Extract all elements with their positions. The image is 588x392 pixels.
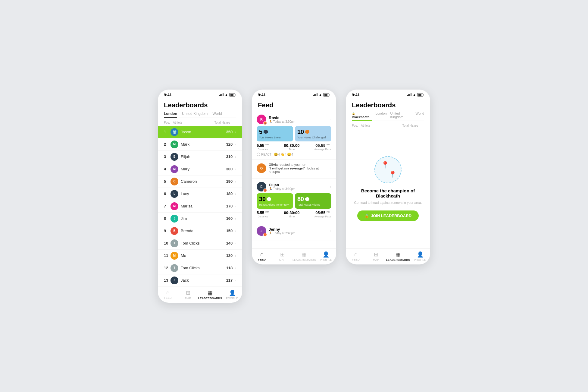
row-name: Jim — [181, 216, 226, 221]
metric-pace: 05:55 KM Average Pace — [314, 143, 331, 151]
nav-feed-left[interactable]: ⌂ FEED — [158, 289, 178, 300]
nav-profile-center[interactable]: 👤 PROFILE — [316, 251, 336, 261]
nav-profile-right[interactable]: 👤 PROFILE — [410, 251, 430, 261]
nav-label: FEED — [258, 258, 266, 261]
metric-label: Average Pace — [314, 148, 331, 151]
lb-tab-world[interactable]: World — [212, 112, 222, 118]
stat-num: 80 — [297, 196, 329, 203]
avatar: T — [170, 264, 178, 272]
svg-point-0 — [257, 153, 260, 156]
col-athlete-right: Athlete — [361, 124, 402, 127]
status-time-feed: 9:41 — [258, 93, 266, 97]
chevron-right-icon: › — [235, 266, 236, 270]
table-row[interactable]: 5 C Cameron 190 › — [158, 175, 242, 188]
join-leaderboard-button[interactable]: 🔒 JOIN LEADERBOARD — [357, 210, 419, 221]
feed-list: R 🏃 Rosie 🏃 Today at 3:30pm › 5 — [252, 112, 336, 248]
phone-leaderboard-left: 9:41 ▲ Leaderboards London United Kingdo… — [158, 90, 242, 303]
nav-profile-left[interactable]: 👤 PROFILE — [222, 289, 242, 300]
metric-val: 5.55 KM — [257, 210, 269, 215]
table-row[interactable]: 2 M Mark 320 › — [158, 138, 242, 151]
col-athlete-left: Athlete — [173, 121, 214, 124]
feed-emoji-reactions: 😃4 👋4 😄4 — [274, 153, 293, 156]
lb-tabs-left: London United Kingdom World — [164, 112, 236, 118]
table-row[interactable]: 7 M Marisa 170 › — [158, 200, 242, 213]
chevron-right-icon: › — [235, 229, 236, 233]
feed-user-info: Rosie 🏃 Today at 3:30pm — [269, 115, 330, 123]
lb-tab-london[interactable]: London — [164, 112, 177, 118]
battery-right — [417, 93, 424, 96]
run-badge-icon: 🏃 — [263, 233, 267, 236]
row-pos: 13 — [164, 278, 170, 283]
chevron-right-icon: › — [330, 166, 331, 170]
row-name: Mark — [181, 142, 226, 147]
stat-hexes-challenged: 10 Your Hexes Challenged — [295, 126, 331, 141]
feed-username: Elijah — [269, 183, 330, 187]
nav-map-center[interactable]: ⊞ MAP — [272, 251, 292, 261]
nav-label: LEADERBOARDS — [198, 297, 222, 300]
row-name: Elijah — [181, 154, 226, 159]
lb-tab-uk-right[interactable]: United Kingdom — [390, 112, 412, 121]
table-row[interactable]: 1 👕 Jason 350 › — [158, 126, 242, 138]
lb-tab-world-right[interactable]: World — [415, 112, 424, 121]
feed-metrics: 5.55 KM Distance 00:30:00 Time 05:55 KM … — [257, 210, 331, 218]
row-name: Mo — [181, 253, 226, 258]
nav-map-right[interactable]: ⊞ MAP — [366, 251, 386, 261]
table-row[interactable]: 3 E Elijah 310 › — [158, 151, 242, 163]
list-item[interactable]: R 🏃 Rosie 🏃 Today at 3:30pm › 5 — [252, 112, 336, 160]
react-button[interactable]: REACT — [257, 153, 271, 156]
lb-tab-blackheath[interactable]: Blackheath — [352, 112, 372, 121]
nav-feed-right[interactable]: ⌂ FEED — [346, 251, 366, 261]
run-badge-icon: 🏃 — [263, 188, 267, 192]
nav-feed-center[interactable]: ⌂ FEED — [252, 251, 272, 261]
nav-label: PROFILE — [226, 297, 238, 300]
table-row[interactable]: 9 B Brenda 150 › — [158, 225, 242, 237]
table-row[interactable]: 4 M Mary 300 › — [158, 163, 242, 175]
nav-label: MAP — [373, 258, 379, 261]
nav-leaderboards-left[interactable]: ▦ LEADERBOARDS — [198, 289, 222, 300]
row-score: 140 — [226, 241, 233, 245]
feed-user-info: Jenny 🏃 Today at 2:40pm — [269, 227, 330, 235]
metric-distance: 5.55 KM Distance — [257, 210, 269, 218]
avatar: R 🏃 — [257, 115, 266, 124]
list-item[interactable]: J 🏃 Jenny 🏃 Today at 2:40pm › — [252, 223, 336, 241]
metric-label: Time — [284, 215, 299, 218]
metric-unit: KM — [327, 210, 330, 213]
phone-content-right: Leaderboards Blackheath London United Ki… — [346, 98, 430, 264]
metric-label: Average Pace — [314, 215, 331, 218]
lb-tab-london-right[interactable]: London — [376, 112, 387, 121]
nav-leaderboards-right[interactable]: ▦ LEADERBOARDS — [386, 251, 410, 261]
row-score: 320 — [226, 142, 233, 147]
list-item[interactable]: E 🏃 Elijah 🏃 Today at 3:10pm › 30 — [252, 179, 336, 223]
lb-title-right: Leaderboards — [352, 101, 424, 109]
table-row[interactable]: 6 L Lucy 180 › — [158, 188, 242, 200]
nav-map-left[interactable]: ⊞ MAP — [178, 289, 198, 300]
avatar: T — [170, 239, 178, 247]
lb-header-left: Leaderboards London United Kingdom World — [158, 98, 242, 119]
row-pos: 8 — [164, 216, 170, 221]
battery-feed — [323, 93, 330, 96]
row-name: Jason — [181, 130, 226, 134]
leaderboard-icon: ▦ — [302, 251, 307, 258]
lb-tab-uk[interactable]: United Kingdom — [182, 112, 208, 118]
metric-distance: 5.55 KM Distance — [257, 143, 269, 151]
row-pos: 2 — [164, 142, 170, 147]
status-icons-left: ▲ — [219, 93, 236, 96]
battery-left — [229, 93, 236, 96]
join-label: JOIN LEADERBOARD — [371, 213, 411, 218]
table-row[interactable]: 12 T Tom Clicks 118 › — [158, 262, 242, 274]
signal-bars-right — [407, 93, 411, 96]
nav-leaderboards-center[interactable]: ▦ LEADERBOARDS — [292, 251, 316, 261]
bottom-nav-right: ⌂ FEED ⊞ MAP ▦ LEADERBOARDS 👤 PROFILE — [346, 248, 430, 264]
phone-leaderboard-right: 9:41 ▲ Leaderboards Blackheath London Un… — [346, 90, 430, 264]
table-row[interactable]: 8 J Jim 160 › — [158, 213, 242, 225]
avatar: M — [170, 141, 178, 148]
hex-icon — [305, 130, 309, 134]
metric-unit: KM — [265, 143, 269, 146]
status-bar-feed: 9:41 ▲ — [252, 90, 336, 98]
list-item[interactable]: O Olivia reacted to your run "I will get… — [252, 160, 336, 179]
table-row[interactable]: 13 J Jack 117 › — [158, 274, 242, 287]
table-row[interactable]: 10 T Tom Clicks 140 › — [158, 237, 242, 250]
table-row[interactable]: 11 M Mo 120 › — [158, 250, 242, 262]
metric-unit: KM — [327, 143, 330, 146]
nav-label: LEADERBOARDS — [292, 258, 316, 261]
